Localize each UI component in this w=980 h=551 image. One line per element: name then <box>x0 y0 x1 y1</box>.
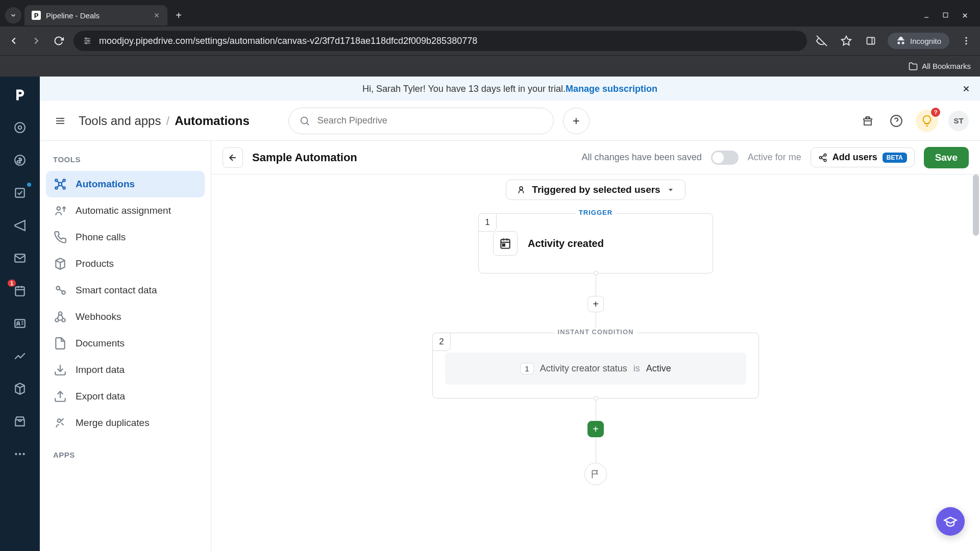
sidebar-item-import-data[interactable]: Import data <box>46 357 205 383</box>
collapse-sidebar-button[interactable] <box>51 112 69 130</box>
automation-canvas-wrap: Sample Automation All changes have been … <box>211 141 980 551</box>
trigger-node[interactable]: 1 TRIGGER Activity created <box>478 213 713 273</box>
bookmarks-folder-icon[interactable] <box>909 62 918 71</box>
tab-title: Pipeline - Deals <box>46 11 100 20</box>
sidebar-item-label: Import data <box>76 364 125 375</box>
end-flag-icon <box>584 463 607 485</box>
user-avatar[interactable]: ST <box>948 111 969 131</box>
canvas-scrollbar[interactable] <box>973 174 979 551</box>
add-step-button[interactable]: + <box>587 296 604 312</box>
sidepanel-icon[interactable] <box>863 33 878 48</box>
canvas-back-button[interactable] <box>223 147 243 168</box>
nav-forward-button[interactable] <box>29 33 44 48</box>
automation-title[interactable]: Sample Automation <box>252 151 357 164</box>
rail-contacts-icon[interactable] <box>11 314 29 333</box>
rail-campaigns-icon[interactable] <box>11 216 29 235</box>
url-bar[interactable]: moodjoy.pipedrive.com/settings/automatio… <box>74 31 807 51</box>
browser-tab[interactable]: P Pipeline - Deals <box>24 5 167 26</box>
phone-icon <box>53 230 67 244</box>
sidebar-item-automatic-assignment[interactable]: Automatic assignment <box>46 197 205 224</box>
eye-off-icon[interactable] <box>814 33 829 48</box>
svg-rect-42 <box>867 117 869 119</box>
sidebar-item-documents[interactable]: Documents <box>46 330 205 357</box>
window-close-button[interactable] <box>961 12 969 19</box>
chrome-menu-button[interactable] <box>959 33 974 48</box>
rail-projects-icon[interactable] <box>11 184 29 202</box>
all-bookmarks-link[interactable]: All Bookmarks <box>922 62 971 70</box>
calendar-icon <box>493 231 518 256</box>
window-maximize-button[interactable] <box>942 12 949 19</box>
rail-more-icon[interactable] <box>11 445 29 463</box>
svg-point-11 <box>85 42 87 44</box>
rail-insights-icon[interactable] <box>11 347 29 365</box>
marketplace-icon[interactable] <box>859 112 877 130</box>
sidebar-item-products[interactable]: Products <box>46 251 205 277</box>
svg-point-33 <box>19 453 21 455</box>
sidebar-item-label: Documents <box>76 338 125 349</box>
manage-subscription-link[interactable]: Manage subscription <box>566 84 657 94</box>
rail-mail-icon[interactable] <box>11 249 29 267</box>
trial-close-icon[interactable] <box>962 84 971 93</box>
academy-fab[interactable] <box>936 507 965 536</box>
svg-point-17 <box>965 40 967 41</box>
sidebar-item-label: Automations <box>76 179 135 190</box>
new-tab-button[interactable]: + <box>170 7 187 23</box>
sidebar-item-webhooks[interactable]: Webhooks <box>46 304 205 330</box>
svg-point-48 <box>55 187 57 189</box>
add-step-primary-button[interactable]: + <box>587 421 604 437</box>
sidebar-item-label: Smart contact data <box>76 285 157 296</box>
incognito-indicator[interactable]: Incognito <box>888 33 949 49</box>
sidebar-item-smart-contact-data[interactable]: Smart contact data <box>46 277 205 304</box>
svg-point-19 <box>15 122 25 133</box>
svg-marker-13 <box>842 36 851 45</box>
active-toggle[interactable] <box>711 151 739 165</box>
chevron-down-icon <box>667 186 675 194</box>
svg-point-46 <box>55 179 57 181</box>
browser-tab-strip: P Pipeline - Deals + <box>0 0 980 27</box>
breadcrumb: Tools and apps / Automations <box>79 114 250 128</box>
condition-node[interactable]: 2 INSTANT CONDITION 1 Activity creator s… <box>432 333 759 398</box>
site-settings-icon[interactable] <box>83 36 92 45</box>
svg-rect-76 <box>503 244 505 246</box>
quick-add-button[interactable]: + <box>563 108 590 134</box>
user-icon <box>517 185 526 194</box>
sidebar-item-merge-duplicates[interactable]: Merge duplicates <box>46 410 205 436</box>
automations-icon <box>53 177 67 191</box>
svg-point-67 <box>824 159 826 162</box>
svg-rect-24 <box>15 287 24 295</box>
sidebar-item-automations[interactable]: Automations <box>46 171 205 197</box>
search-input[interactable] <box>317 115 543 126</box>
rail-products-icon[interactable] <box>11 380 29 398</box>
tips-button[interactable]: ? <box>916 110 938 132</box>
rail-marketplace-icon[interactable] <box>11 412 29 431</box>
triggered-by-dropdown[interactable]: Triggered by selected users <box>506 180 685 200</box>
nav-reload-button[interactable] <box>51 33 66 48</box>
sidebar-item-phone-calls[interactable]: Phone calls <box>46 224 205 251</box>
tab-close-icon[interactable] <box>153 12 160 19</box>
save-button[interactable]: Save <box>924 147 969 168</box>
smart-data-icon <box>53 283 67 297</box>
top-bar: Tools and apps / Automations + ? ST <box>40 101 980 141</box>
tab-search-button[interactable] <box>5 7 21 23</box>
rail-activities-icon[interactable]: 1 <box>11 282 29 300</box>
sidebar-section-tools: TOOLS <box>46 152 205 171</box>
global-search[interactable] <box>288 108 554 134</box>
rail-deals-icon[interactable] <box>11 151 29 169</box>
breadcrumb-root[interactable]: Tools and apps <box>79 114 161 128</box>
rail-leads-icon[interactable] <box>11 118 29 137</box>
add-users-button[interactable]: Add users BETA <box>811 147 915 167</box>
bookmark-star-icon[interactable] <box>839 33 854 48</box>
condition-node-label: INSTANT CONDITION <box>555 328 637 336</box>
nav-back-button[interactable] <box>6 33 21 48</box>
flow-connector <box>596 398 596 421</box>
svg-line-53 <box>61 185 63 187</box>
automation-canvas[interactable]: Triggered by selected users 1 TRIGGER Ac… <box>211 174 980 551</box>
help-icon[interactable] <box>887 112 905 130</box>
export-icon <box>53 389 67 404</box>
window-minimize-button[interactable] <box>923 12 930 19</box>
svg-marker-71 <box>669 189 673 191</box>
svg-rect-14 <box>867 37 875 44</box>
app-logo[interactable] <box>11 86 29 104</box>
tab-favicon: P <box>32 11 41 20</box>
sidebar-item-export-data[interactable]: Export data <box>46 383 205 410</box>
